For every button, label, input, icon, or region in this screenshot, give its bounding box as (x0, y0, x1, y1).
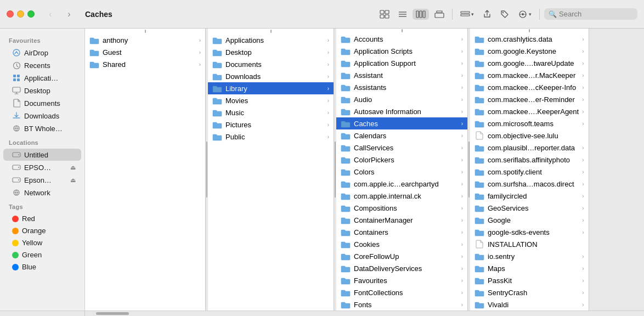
list-item[interactable]: Application Scripts › (336, 45, 467, 57)
list-item[interactable]: com.microsoft.teams › (470, 117, 589, 129)
sidebar-item-tag-red[interactable]: Red (3, 213, 81, 224)
sidebar-item-epso1[interactable]: EPSO… ⏏ (3, 161, 81, 173)
sidebar-item-untitled[interactable]: Untitled (3, 149, 81, 161)
list-item[interactable]: Audio › (336, 93, 467, 105)
list-item[interactable]: com.mackee…r.MacKeeper › (470, 69, 589, 81)
list-item[interactable]: Autosave Information › (336, 105, 467, 117)
sidebar-item-tag-yellow[interactable]: Yellow (3, 237, 81, 249)
list-item[interactable]: Google › (470, 214, 589, 226)
list-item[interactable]: Movies › (208, 94, 334, 106)
list-item[interactable]: com.crashlytics.data › (470, 33, 589, 45)
sidebar-item-recents[interactable]: Recents (3, 59, 81, 71)
list-item[interactable]: com.apple.internal.ck › (336, 190, 467, 202)
list-item[interactable]: Colors › (336, 166, 467, 178)
list-item[interactable]: Favourites › (336, 274, 467, 286)
list-item[interactable]: Accounts › (336, 33, 467, 45)
list-item[interactable]: io.sentry › (470, 250, 589, 262)
list-item[interactable]: Downloads › (208, 70, 334, 82)
eject-icon[interactable]: ⏏ (70, 177, 76, 184)
search-box[interactable]: 🔍 (544, 8, 637, 20)
list-item[interactable]: com.spotify.client › (470, 166, 589, 178)
list-item[interactable]: ContainerManager › (336, 214, 467, 226)
resize-handle-3[interactable] (468, 29, 470, 311)
list-item[interactable]: Caches › (336, 117, 467, 129)
view-gallery-button[interactable] (431, 9, 448, 20)
col-item-label: Music (225, 109, 324, 117)
view-list-button[interactable] (395, 9, 410, 20)
list-item[interactable]: com.plausibl…reporter.data › (470, 142, 589, 154)
list-item[interactable]: Compositions › (336, 202, 467, 214)
maximize-button[interactable] (27, 10, 35, 18)
svg-rect-3 (385, 15, 389, 18)
resize-handle-1[interactable] (206, 29, 208, 311)
list-item[interactable]: DataDeliveryServices › (336, 262, 467, 274)
sidebar-item-tag-blue[interactable]: Blue (3, 261, 81, 273)
list-item[interactable]: com.seriflabs.affinityphoto › (470, 154, 589, 166)
list-item[interactable]: Music › (208, 106, 334, 119)
list-item[interactable]: com.google.…twareUpdate › (470, 57, 589, 69)
list-item[interactable]: Documents › (208, 58, 334, 70)
list-item[interactable]: Containers › (336, 226, 467, 238)
sidebar-item-applications[interactable]: Applicati… (3, 72, 81, 84)
hscroll-track[interactable] (85, 311, 644, 316)
list-item[interactable]: SentryCrash › (470, 286, 589, 298)
sidebar-item-tag-orange[interactable]: Orange (3, 225, 81, 236)
action-button[interactable]: ▾ (515, 8, 535, 20)
sidebar-item-downloads[interactable]: Downloads (3, 110, 81, 122)
sidebar-item-airdrop[interactable]: AirDrop (3, 47, 81, 59)
list-item[interactable]: Guest › (85, 46, 205, 58)
list-item[interactable]: Assistant › (336, 69, 467, 81)
back-button[interactable]: ‹ (43, 9, 58, 20)
list-item[interactable]: Fonts › (336, 298, 467, 311)
list-item[interactable]: INSTALLATION (470, 238, 589, 250)
list-item[interactable]: ColorPickers › (336, 154, 467, 166)
list-item[interactable]: CoreFollowUp › (336, 250, 467, 262)
list-item[interactable]: familycircled › (470, 190, 589, 202)
list-item[interactable]: Library › (208, 82, 334, 94)
list-item[interactable]: Calendars › (336, 129, 467, 142)
list-item[interactable]: GeoServices › (470, 202, 589, 214)
sidebar-item-documents[interactable]: Documents (3, 97, 81, 109)
list-item[interactable]: Cookies › (336, 238, 467, 250)
search-input[interactable] (559, 10, 633, 18)
network-icon (12, 124, 21, 133)
list-item[interactable]: CallServices › (336, 142, 467, 154)
list-item[interactable]: com.mackee….KeeperAgent › (470, 105, 589, 117)
sidebar-item-epson2[interactable]: Epson… ⏏ (3, 174, 81, 186)
sidebar-item-btwhole[interactable]: BT Whole… (3, 122, 81, 134)
list-item[interactable]: Pictures › (208, 119, 334, 131)
forward-button[interactable]: › (62, 9, 76, 20)
list-item[interactable]: PassKit › (470, 274, 589, 286)
list-item[interactable]: FontCollections › (336, 286, 467, 298)
share-button[interactable] (479, 8, 495, 20)
eject-icon[interactable]: ⏏ (70, 164, 76, 171)
arrange-button[interactable]: ▾ (457, 9, 477, 20)
list-item[interactable]: com.objective-see.lulu (470, 129, 589, 142)
list-item[interactable]: com.google.Keystone › (470, 45, 589, 57)
list-item[interactable]: Desktop › (208, 46, 334, 58)
resize-handle-2[interactable] (334, 29, 336, 311)
list-item[interactable]: com.apple.ic…earchpartyd › (336, 178, 467, 190)
list-item[interactable]: Applications › (208, 34, 334, 46)
list-item[interactable]: anthony › (85, 34, 205, 46)
view-column-button[interactable] (413, 9, 429, 20)
list-item[interactable]: Vivaldi › (470, 298, 589, 311)
tag-button[interactable] (497, 8, 512, 20)
list-item[interactable]: google-sdks-events › (470, 226, 589, 238)
view-grid-button[interactable] (376, 8, 393, 20)
list-item[interactable]: Application Support › (336, 57, 467, 69)
list-item[interactable]: Maps › (470, 262, 589, 274)
list-item[interactable]: com.mackee…er-Reminder › (470, 93, 589, 105)
sidebar-item-desktop[interactable]: Desktop (3, 84, 81, 97)
horizontal-scrollbar[interactable] (0, 311, 644, 316)
sidebar-item-network[interactable]: Network (3, 187, 81, 199)
minimize-button[interactable] (17, 10, 24, 18)
list-item[interactable]: Assistants › (336, 81, 467, 93)
list-item[interactable]: Shared › (85, 58, 205, 70)
sidebar-item-tag-green[interactable]: Green (3, 249, 81, 261)
titlebar: ‹ › Caches (0, 0, 644, 29)
close-button[interactable] (7, 10, 14, 18)
list-item[interactable]: com.surfsha…macos.direct › (470, 178, 589, 190)
list-item[interactable]: Public › (208, 131, 334, 143)
list-item[interactable]: com.mackee…cKeeper-Info › (470, 81, 589, 93)
